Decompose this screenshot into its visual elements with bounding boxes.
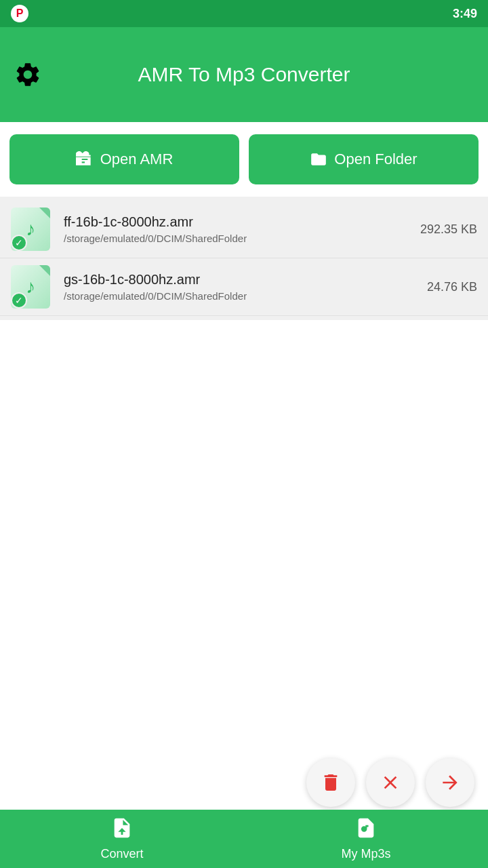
music-note-icon-1: ♪ xyxy=(26,218,35,240)
app-title: AMR To Mp3 Converter xyxy=(14,63,474,86)
status-bar-time: 3:49 xyxy=(453,7,477,21)
file-path-2: /storage/emulated/0/DCIM/SharedFolder xyxy=(64,290,418,302)
open-folder-label: Open Folder xyxy=(334,151,417,168)
file-list: ♪ ✓ ff-16b-1c-8000hz.amr /storage/emulat… xyxy=(0,197,488,320)
file-icon-wrap-2: ♪ ✓ xyxy=(11,265,54,309)
delete-fab-button[interactable] xyxy=(306,758,355,807)
open-folder-button[interactable]: Open Folder xyxy=(249,134,479,184)
file-item-1[interactable]: ♪ ✓ ff-16b-1c-8000hz.amr /storage/emulat… xyxy=(0,201,488,258)
file-item-2[interactable]: ♪ ✓ gs-16b-1c-8000hz.amr /storage/emulat… xyxy=(0,258,488,316)
nav-convert-label: Convert xyxy=(100,847,143,861)
bottom-nav: Convert My Mp3s xyxy=(0,810,488,868)
fab-row xyxy=(306,758,474,807)
open-amr-label: Open AMR xyxy=(100,151,174,168)
close-fab-button[interactable] xyxy=(366,758,415,807)
settings-button[interactable] xyxy=(9,56,46,93)
navigate-fab-button[interactable] xyxy=(426,758,474,807)
music-note-icon-2: ♪ xyxy=(26,276,35,298)
file-info-1: ff-16b-1c-8000hz.amr /storage/emulated/0… xyxy=(64,214,411,244)
status-bar: P 3:49 xyxy=(0,0,488,27)
check-badge-2: ✓ xyxy=(11,292,27,309)
file-size-1: 292.35 KB xyxy=(420,222,477,237)
mymp3s-icon xyxy=(354,816,378,844)
file-path-1: /storage/emulated/0/DCIM/SharedFolder xyxy=(64,233,411,244)
open-amr-button[interactable]: Open AMR xyxy=(9,134,239,184)
file-icon-wrap-1: ♪ ✓ xyxy=(11,208,54,251)
nav-mymp3s-label: My Mp3s xyxy=(341,847,390,861)
status-bar-left: P xyxy=(11,5,28,22)
pinterest-icon: P xyxy=(11,5,28,22)
file-size-2: 24.76 KB xyxy=(427,280,477,294)
empty-content-area xyxy=(0,320,488,770)
nav-item-mymp3s[interactable]: My Mp3s xyxy=(244,816,488,861)
check-badge-1: ✓ xyxy=(11,235,27,251)
file-info-2: gs-16b-1c-8000hz.amr /storage/emulated/0… xyxy=(64,272,418,302)
file-name-1: ff-16b-1c-8000hz.amr xyxy=(64,214,411,230)
nav-item-convert[interactable]: Convert xyxy=(0,816,244,861)
convert-icon xyxy=(110,816,134,844)
action-buttons-row: Open AMR Open Folder xyxy=(0,122,488,197)
app-header: AMR To Mp3 Converter xyxy=(0,27,488,122)
file-name-2: gs-16b-1c-8000hz.amr xyxy=(64,272,418,288)
